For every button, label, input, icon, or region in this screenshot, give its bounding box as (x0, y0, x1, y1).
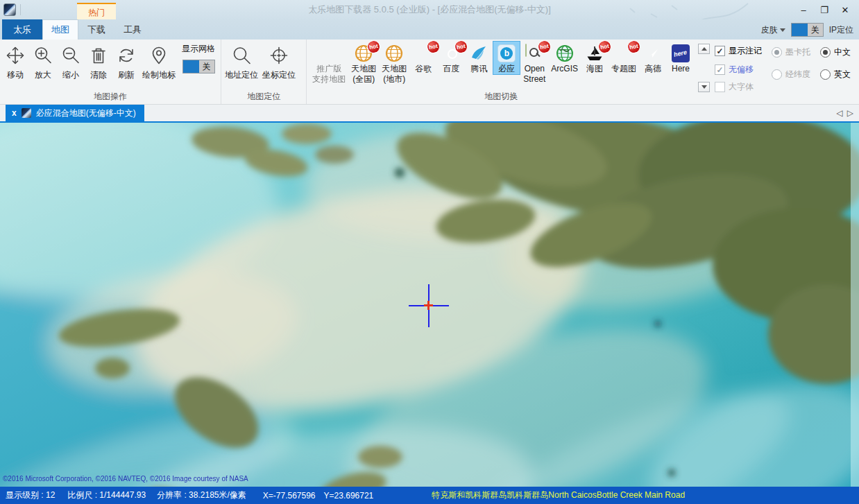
mercator-radio[interactable]: 墨卡托 (772, 46, 810, 58)
bing-letter: b (500, 47, 513, 60)
provider-tianditu-city-button[interactable]: 天地图 (地市) (379, 41, 409, 85)
cursor-x-readout: X=-77.567596 (263, 491, 316, 501)
zoom-in-label: 放大 (35, 70, 51, 80)
provider-promo-button: 推广版 支持地图 (309, 41, 348, 85)
provider-baidu-button[interactable]: hot 百度 (437, 41, 465, 74)
tab-download[interactable]: 下载 (78, 19, 114, 40)
ip-locate-button[interactable]: IP定位 (829, 24, 853, 36)
titlebar-quick-actions: 皮肤 关 IP定位 (761, 21, 853, 39)
provider-openstreet-button[interactable]: hot Open Street (520, 41, 548, 85)
scroll-down-button[interactable] (698, 82, 710, 92)
radio-unselected-icon (772, 69, 782, 80)
provider-here-button[interactable]: here Here (667, 41, 695, 74)
zoom-level-readout: 显示级别 : 12 (6, 489, 55, 501)
skin-button[interactable]: 皮肤 (761, 24, 785, 36)
satellite-map-viewport[interactable]: ©2016 Microsoft Corporation, ©2016 NAVTE… (0, 123, 859, 487)
chinese-radio[interactable]: 中文 (820, 46, 851, 58)
provider-label: 推广版 (316, 64, 341, 74)
titlebar-toggle[interactable]: 关 (791, 23, 824, 37)
zoom-out-button[interactable]: 缩小 (57, 41, 85, 80)
move-button[interactable]: 移动 (1, 41, 29, 80)
show-grid-toggle[interactable]: 关 (182, 60, 215, 73)
english-label: 英文 (834, 69, 851, 80)
provider-label: Open (525, 64, 545, 74)
draw-landmark-label: 绘制地标 (142, 70, 176, 80)
provider-label: 专题图 (611, 64, 636, 74)
zoom-in-button[interactable]: 放大 (29, 41, 57, 80)
provider-label: 高德 (645, 64, 661, 74)
provider-thematic-button[interactable]: hot 专题图 (609, 41, 639, 74)
app-window: 太乐地图下载器 5.0.5 (企业版) - [必应混合地图(无偏移-中文)] –… (0, 0, 859, 504)
arcgis-globe-icon (556, 44, 574, 62)
group-label-map-operations: 地图操作 (0, 91, 221, 103)
search-icon (231, 44, 252, 67)
scale-readout: 比例尺 : 1/144447.93 (67, 489, 146, 501)
zoom-out-label: 缩小 (62, 70, 79, 80)
provider-seachart-button[interactable]: hot 海图 (581, 41, 609, 74)
toggle-on-segment (183, 60, 199, 73)
close-document-icon[interactable]: x (12, 108, 17, 118)
provider-label: 天地图 (382, 64, 407, 74)
ribbon: 移动 放大 缩小 清除 (0, 40, 859, 105)
hot-flag-label: 热门 (77, 7, 116, 19)
provider-label: 百度 (443, 64, 459, 74)
clear-button[interactable]: 清除 (85, 41, 112, 80)
latlon-radio[interactable]: 经纬度 (772, 69, 810, 80)
no-offset-checkbox[interactable]: ✓ 无偏移 (715, 64, 754, 76)
document-tab-label: 必应混合地图(无偏移-中文) (36, 107, 136, 119)
map-copyright: ©2016 Microsoft Corporation, ©2016 NAVTE… (3, 475, 248, 483)
skin-label: 皮肤 (761, 24, 778, 36)
tab-tools[interactable]: 工具 (114, 19, 151, 40)
show-labels-checkbox[interactable]: ✓ 显示注记 (715, 45, 762, 57)
move-icon (5, 44, 26, 67)
title-bar: 太乐地图下载器 5.0.5 (企业版) - [必应混合地图(无偏移-中文)] –… (0, 0, 859, 19)
coordinate-locate-button[interactable]: 坐标定位 (260, 41, 298, 80)
provider-label2: Street (523, 74, 545, 85)
window-title: 太乐地图下载器 5.0.5 (企业版) - [必应混合地图(无偏移-中文)] (0, 3, 859, 16)
maximize-button[interactable]: ❐ (815, 2, 834, 17)
checkbox-checked-icon: ✓ (715, 64, 725, 75)
map-crosshair-center (424, 304, 433, 306)
group-map-positioning: 地址定位 坐标定位 地图定位 (221, 40, 307, 104)
provider-label2: (全国) (352, 74, 375, 85)
openstreetmap-icon (525, 44, 527, 57)
clear-label: 清除 (90, 70, 107, 80)
english-radio[interactable]: 英文 (820, 69, 851, 80)
provider-gaode-button[interactable]: 高德 (639, 41, 667, 74)
scroll-up-button[interactable] (698, 44, 710, 54)
provider-label2: (地市) (383, 74, 405, 85)
cursor-y-readout: Y=23.696721 (324, 491, 374, 501)
latlon-label: 经纬度 (785, 69, 810, 80)
provider-arcgis-button[interactable]: ArcGIS (548, 41, 581, 74)
status-bar: 显示级别 : 12 比例尺 : 1/144447.93 分辨率 : 38.218… (0, 487, 859, 504)
large-font-checkbox[interactable]: 大字体 (715, 81, 754, 93)
provider-google-button[interactable]: hot 谷歌 (409, 41, 437, 74)
provider-tianditu-national-button[interactable]: hot 天地图 (全国) (348, 41, 379, 85)
address-locate-button[interactable]: 地址定位 (223, 41, 260, 80)
refresh-button[interactable]: 刷新 (112, 41, 140, 80)
show-grid-label: 显示网格 (182, 44, 215, 54)
app-logo-icon[interactable] (3, 3, 16, 16)
scroll-tabs-left-button[interactable]: ◁ (837, 108, 843, 118)
ribbon-tab-row: 太乐 地图 下载 工具 (0, 19, 859, 40)
zoom-in-icon (33, 44, 53, 67)
close-button[interactable]: ✕ (835, 2, 855, 17)
provider-label2: 支持地图 (312, 74, 346, 85)
address-locate-label: 地址定位 (225, 70, 258, 80)
provider-tencent-button[interactable]: 腾讯 (465, 41, 493, 74)
zoom-out-icon (60, 44, 81, 67)
tab-scroll-controls: ◁ ▷ (837, 105, 853, 121)
tab-map[interactable]: 地图 (42, 19, 78, 40)
titlebar-divider (20, 4, 21, 15)
provider-bing-button[interactable]: b 必应 (493, 41, 520, 75)
active-map-document-tab[interactable]: x 必应混合地图(无偏移-中文) (6, 105, 144, 121)
minimize-button[interactable]: – (794, 2, 813, 17)
triangle-down-icon (701, 85, 707, 89)
tab-taile[interactable]: 太乐 (2, 19, 42, 40)
map-pin-icon (148, 44, 169, 67)
scroll-tabs-right-button[interactable]: ▷ (847, 108, 853, 118)
here-maps-icon: here (672, 44, 690, 62)
radio-selected-icon (772, 47, 782, 58)
draw-landmark-button[interactable]: 绘制地标 (140, 41, 178, 80)
toggle-off-segment: 关 (808, 24, 823, 36)
